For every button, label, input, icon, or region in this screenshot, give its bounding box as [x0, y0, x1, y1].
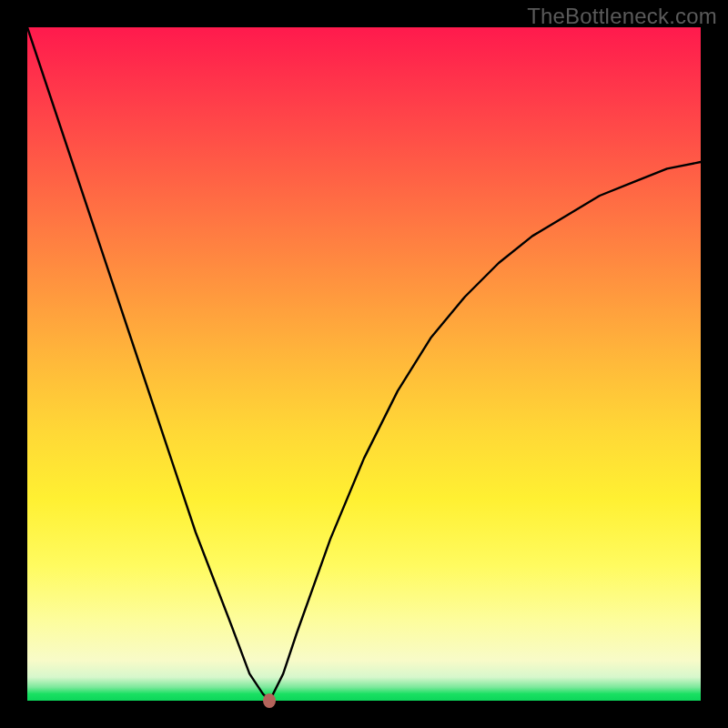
plot-area [27, 27, 701, 701]
chart-container: TheBottleneck.com [0, 0, 728, 728]
curve-right-branch [269, 162, 701, 701]
watermark-text: TheBottleneck.com [527, 4, 717, 29]
optimum-marker [263, 693, 276, 708]
curve-svg [27, 27, 701, 701]
curve-left-branch [27, 27, 269, 701]
